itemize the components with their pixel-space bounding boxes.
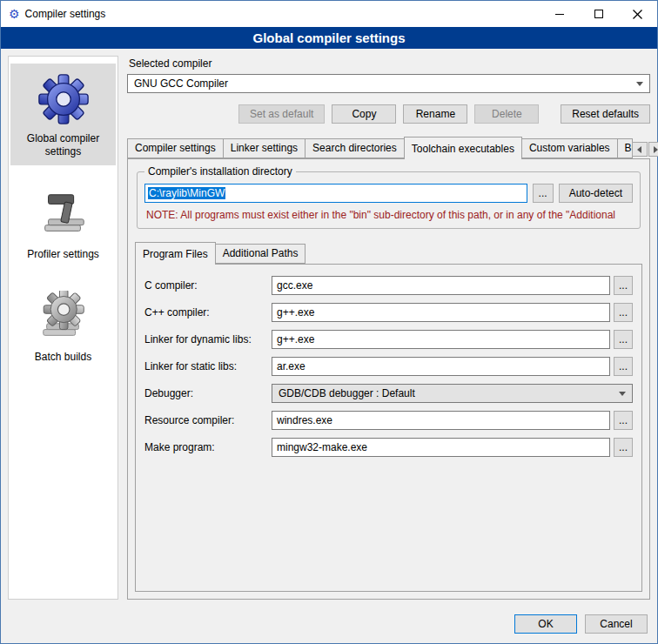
resource-compiler-browse-button[interactable]: ...: [614, 411, 633, 430]
static-linker-browse-button[interactable]: ...: [614, 357, 633, 376]
maximize-button[interactable]: [579, 1, 618, 27]
selected-compiler-label: Selected compiler: [129, 57, 650, 70]
field-label: Resource compiler:: [144, 414, 272, 426]
make-program-input[interactable]: mingw32-make.exe: [272, 438, 610, 457]
static-linker-value: ar.exe: [277, 360, 306, 372]
cancel-button[interactable]: Cancel: [585, 614, 648, 634]
program-files-tabstrip: Program Files Additional Paths: [135, 241, 642, 264]
tab-search-directories[interactable]: Search directories: [305, 138, 405, 158]
dynamic-linker-browse-button[interactable]: ...: [614, 330, 633, 349]
note-text: NOTE: All programs must exist either in …: [146, 209, 633, 221]
tab-scroll-left-icon: [637, 146, 641, 153]
make-program-value: mingw32-make.exe: [277, 441, 367, 453]
install-dir-value: C:\raylib\MinGW: [148, 187, 225, 199]
maximize-icon: [594, 10, 603, 18]
install-dir-browse-button[interactable]: ...: [533, 184, 554, 203]
sidebar-item-profiler-settings[interactable]: Profiler settings: [10, 179, 116, 268]
rename-button[interactable]: Rename: [403, 104, 467, 124]
cpp-compiler-input[interactable]: g++.exe: [272, 303, 610, 322]
resource-compiler-value: windres.exe: [277, 414, 332, 426]
minimize-icon: [555, 14, 564, 15]
field-row-cpp-compiler: C++ compiler: g++.exe ...: [144, 303, 633, 322]
tab-build-options[interactable]: Buil: [617, 138, 633, 158]
sidebar-item-batch-builds[interactable]: Batch builds: [10, 282, 116, 371]
tab-scroll-right-button[interactable]: [648, 142, 658, 157]
main-panel: Selected compiler GNU GCC Compiler Set a…: [127, 56, 650, 600]
subtab-program-files[interactable]: Program Files: [135, 242, 216, 265]
copy-button[interactable]: Copy: [332, 104, 396, 124]
subtab-additional-paths[interactable]: Additional Paths: [215, 244, 306, 264]
field-row-dynamic-linker: Linker for dynamic libs: g++.exe ...: [144, 330, 633, 349]
ok-button[interactable]: OK: [514, 614, 577, 634]
field-label: Make program:: [144, 441, 272, 453]
sidebar: Global compiler settings Profiler settin…: [8, 56, 118, 600]
field-row-static-linker: Linker for static libs: ar.exe ...: [144, 357, 633, 376]
sidebar-item-label: Batch builds: [35, 351, 91, 364]
toolchain-executables-panel: Compiler's installation directory C:\ray…: [127, 158, 650, 600]
installation-directory-group: Compiler's installation directory C:\ray…: [137, 171, 641, 229]
field-label: Linker for static libs:: [144, 360, 272, 372]
gear-icon: [37, 72, 91, 126]
program-files-panel: C compiler: gcc.exe ... C++ compiler: g+…: [135, 264, 642, 592]
tab-custom-variables[interactable]: Custom variables: [521, 138, 618, 158]
field-label: C compiler:: [144, 279, 272, 292]
compiler-actions: Set as default Copy Rename Delete Reset …: [238, 104, 650, 124]
make-program-browse-button[interactable]: ...: [614, 438, 633, 457]
field-row-resource-compiler: Resource compiler: windres.exe ...: [144, 411, 633, 430]
tab-scroll-left-button[interactable]: [632, 142, 648, 157]
tab-scroll-buttons: [632, 142, 658, 158]
minimize-button[interactable]: [540, 1, 579, 27]
field-label: C++ compiler:: [144, 306, 272, 319]
batch-builds-icon: [37, 291, 91, 345]
close-button[interactable]: [618, 1, 657, 27]
window-controls: [540, 1, 657, 27]
compiler-select[interactable]: GNU GCC Compiler: [127, 74, 650, 93]
resource-compiler-input[interactable]: windres.exe: [272, 411, 610, 430]
tab-scroll-right-icon: [654, 146, 658, 153]
sidebar-item-label: Global compiler settings: [14, 132, 112, 158]
page-title: Global compiler settings: [1, 27, 657, 49]
field-row-c-compiler: C compiler: gcc.exe ...: [144, 276, 633, 295]
chevron-down-icon: [636, 82, 643, 86]
compiler-settings-dialog: ⚙ Compiler settings Global compiler sett…: [0, 0, 658, 644]
cpp-compiler-value: g++.exe: [277, 306, 314, 319]
app-icon: ⚙: [9, 8, 20, 20]
field-row-debugger: Debugger: GDB/CDB debugger : Default: [144, 384, 633, 403]
delete-button[interactable]: Delete: [474, 104, 539, 124]
tab-linker-settings[interactable]: Linker settings: [223, 138, 306, 158]
auto-detect-button[interactable]: Auto-detect: [559, 184, 633, 203]
dynamic-linker-input[interactable]: g++.exe: [272, 330, 610, 349]
field-row-make-program: Make program: mingw32-make.exe ...: [144, 438, 633, 457]
debugger-select[interactable]: GDB/CDB debugger : Default: [272, 384, 633, 403]
compiler-select-value: GNU GCC Compiler: [134, 77, 228, 90]
chevron-down-icon: [619, 392, 626, 396]
reset-defaults-button[interactable]: Reset defaults: [561, 104, 650, 124]
c-compiler-browse-button[interactable]: ...: [614, 276, 633, 295]
close-icon: [633, 10, 642, 19]
install-dir-input[interactable]: C:\raylib\MinGW: [144, 184, 527, 203]
tab-compiler-settings[interactable]: Compiler settings: [127, 138, 224, 158]
installation-directory-row: C:\raylib\MinGW ... Auto-detect: [144, 184, 633, 203]
field-label: Debugger:: [144, 387, 272, 399]
tab-toolchain-executables[interactable]: Toolchain executables: [404, 137, 522, 159]
sidebar-item-label: Profiler settings: [27, 248, 99, 261]
sidebar-item-global-compiler-settings[interactable]: Global compiler settings: [10, 64, 116, 165]
window-title: Compiler settings: [25, 8, 540, 20]
dynamic-linker-value: g++.exe: [277, 333, 314, 345]
c-compiler-value: gcc.exe: [277, 279, 312, 292]
settings-tabstrip: Compiler settings Linker settings Search…: [127, 136, 650, 158]
debugger-select-value: GDB/CDB debugger : Default: [279, 387, 415, 399]
cpp-compiler-browse-button[interactable]: ...: [614, 303, 633, 322]
field-label: Linker for dynamic libs:: [144, 333, 272, 345]
static-linker-input[interactable]: ar.exe: [272, 357, 610, 376]
titlebar: ⚙ Compiler settings: [1, 1, 657, 27]
dialog-content: Global compiler settings Profiler settin…: [1, 49, 657, 605]
set-as-default-button[interactable]: Set as default: [238, 104, 325, 124]
dialog-footer: OK Cancel: [1, 605, 657, 643]
profiler-icon: [37, 188, 91, 242]
installation-directory-label: Compiler's installation directory: [144, 165, 296, 178]
c-compiler-input[interactable]: gcc.exe: [272, 276, 610, 295]
